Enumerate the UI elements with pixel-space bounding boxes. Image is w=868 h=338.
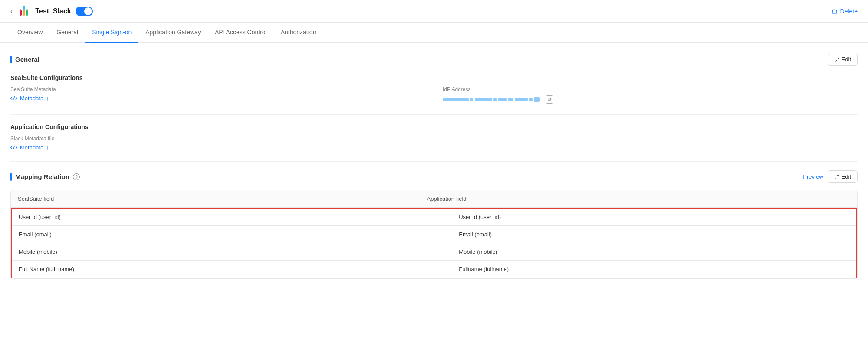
slack-metadata-link[interactable]: Metadata [20, 144, 43, 151]
delete-label: Delete [840, 8, 858, 15]
mapping-edit-label: Edit [842, 173, 851, 180]
edit-label: Edit [842, 56, 851, 63]
edit-icon [834, 56, 840, 62]
slack-metadata-value: Metadata ↓ [10, 144, 858, 151]
sealsuite-config-section: SealSuite Configurations SealSuite Metad… [10, 74, 858, 104]
app-field-cell: Fullname (fullname) [452, 261, 856, 278]
svg-point-6 [23, 6, 25, 8]
delete-icon [832, 8, 838, 14]
divider-2 [10, 161, 858, 162]
col-sealsuite-header: SealSuite field [11, 190, 420, 208]
copy-icon[interactable]: ⧉ [546, 95, 553, 104]
table-row: Full Name (full_name) Fullname (fullname… [12, 261, 856, 278]
app-field-cell: User Id (user_id) [452, 209, 856, 226]
mapping-table: SealSuite field Application field [11, 190, 857, 208]
preview-button[interactable]: Preview [803, 173, 823, 180]
delete-button[interactable]: Delete [832, 8, 858, 15]
svg-rect-9 [832, 10, 837, 10]
idp-address-value: ⧉ [443, 95, 858, 104]
sealsuite-config-title: SealSuite Configurations [10, 74, 858, 81]
sealsuite-field-cell: User Id (user_id) [12, 209, 452, 226]
tab-single-sign-on[interactable]: Single Sign-on [85, 23, 138, 43]
app-config-section: Application Configurations Slack Metadat… [10, 123, 858, 151]
table-row: User Id (user_id) User Id (user_id) [12, 209, 856, 226]
sealsuite-metadata-label: SealSuite Metadata [10, 86, 425, 93]
table-row: Mobile (mobile) Mobile (mobile) [12, 243, 856, 261]
top-header: ‹ Test_Slack Delete [0, 0, 868, 23]
tab-api-access-control[interactable]: API Access Control [208, 23, 274, 43]
svg-point-7 [26, 9, 28, 11]
masked-address [443, 97, 540, 102]
download-icon[interactable]: ↓ [46, 95, 49, 102]
idp-address-label: IdP Address [443, 86, 858, 93]
sealsuite-metadata-link[interactable]: Metadata [20, 95, 43, 102]
tab-overview[interactable]: Overview [10, 23, 49, 43]
svg-line-12 [13, 96, 15, 100]
idp-address-item: IdP Address ⧉ [443, 86, 858, 104]
app-field-cell: Email (email) [452, 226, 856, 243]
tabs-bar: Overview General Single Sign-on Applicat… [0, 23, 868, 43]
mapping-section: Mapping Relation ? Preview Edit [10, 170, 858, 279]
help-icon[interactable]: ? [73, 173, 80, 180]
general-edit-button[interactable]: Edit [828, 53, 858, 66]
sealsuite-config-row: SealSuite Metadata Metadata ↓ IdP Addres… [10, 86, 858, 104]
general-section-title: General [10, 56, 39, 63]
general-section-header: General Edit [10, 53, 858, 66]
svg-rect-10 [833, 9, 836, 9]
app-config-title: Application Configurations [10, 123, 858, 130]
main-content: General Edit SealSuite Configurations Se… [0, 43, 868, 289]
mapping-table-wrapper: SealSuite field Application field User I… [10, 190, 858, 279]
sealsuite-metadata-item: SealSuite Metadata Metadata ↓ [10, 86, 425, 104]
sealsuite-field-cell: Full Name (full_name) [12, 261, 452, 278]
tab-authorization[interactable]: Authorization [274, 23, 323, 43]
mapping-tbody: User Id (user_id) User Id (user_id) Emai… [12, 209, 856, 278]
download-icon-2[interactable]: ↓ [46, 144, 49, 151]
sealsuite-field-cell: Email (email) [12, 226, 452, 243]
app-field-cell: Mobile (mobile) [452, 243, 856, 261]
app-icon [17, 4, 31, 18]
code-icon-2 [10, 145, 17, 150]
table-header: SealSuite field Application field [11, 190, 857, 208]
mapping-rows-container: User Id (user_id) User Id (user_id) Emai… [11, 208, 857, 278]
col-app-header: Application field [420, 190, 858, 208]
mapping-actions: Preview Edit [803, 170, 858, 183]
mapping-title-group: Mapping Relation ? [10, 173, 80, 181]
mapping-data-table: User Id (user_id) User Id (user_id) Emai… [12, 209, 856, 278]
app-toggle[interactable] [76, 7, 93, 16]
table-row: Email (email) Email (email) [12, 226, 856, 243]
svg-point-8 [23, 9, 25, 11]
slack-metadata-item: Slack Metadata file Metadata ↓ [10, 136, 858, 151]
app-name: Test_Slack [35, 7, 71, 15]
tab-general[interactable]: General [49, 23, 85, 43]
header-left: ‹ Test_Slack [10, 4, 93, 18]
svg-line-13 [13, 146, 15, 149]
back-button[interactable]: ‹ [10, 7, 13, 15]
svg-point-5 [20, 9, 22, 11]
mapping-edit-button[interactable]: Edit [828, 170, 858, 183]
sealsuite-field-cell: Mobile (mobile) [12, 243, 452, 261]
sealsuite-metadata-value: Metadata ↓ [10, 95, 425, 102]
mapping-header: Mapping Relation ? Preview Edit [10, 170, 858, 183]
slack-metadata-label: Slack Metadata file [10, 136, 858, 142]
divider-1 [10, 114, 858, 115]
code-icon [10, 96, 17, 101]
tab-application-gateway[interactable]: Application Gateway [138, 23, 208, 43]
mapping-section-title: Mapping Relation [10, 173, 69, 181]
mapping-edit-icon [834, 174, 840, 179]
